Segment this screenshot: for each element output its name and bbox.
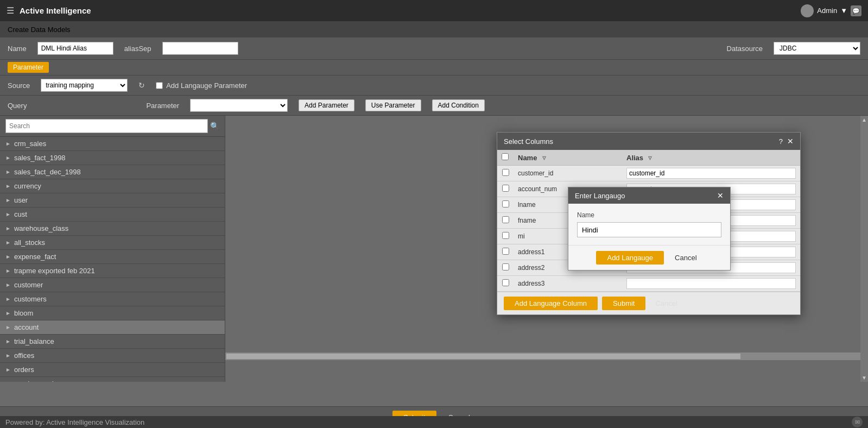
hamburger-icon[interactable]: ☰	[7, 5, 14, 16]
chevron-right-icon: ►	[5, 381, 11, 382]
sidebar-item[interactable]: ►bloom	[0, 306, 225, 320]
chevron-right-icon: ►	[5, 254, 11, 260]
search-input[interactable]	[5, 119, 208, 133]
chevron-right-icon: ►	[5, 367, 11, 373]
chevron-right-icon: ►	[5, 353, 11, 358]
source-select[interactable]: training mapping	[41, 79, 128, 92]
dialog-header: Select Columns ? ✕	[497, 133, 800, 150]
sidebar-item[interactable]: ►expense_fact	[0, 250, 225, 264]
top-header: ☰ Active Intelligence Admin ▼ 💬	[0, 0, 868, 21]
refresh-icon[interactable]: ↻	[138, 81, 145, 90]
chat-icon[interactable]: 💬	[851, 5, 861, 16]
enter-lang-title: Enter Langaugo	[575, 192, 625, 200]
scroll-up-arrow[interactable]: ▲	[860, 116, 868, 123]
alias-sep-input[interactable]	[162, 42, 238, 55]
row-checkbox[interactable]	[502, 248, 509, 255]
close-icon[interactable]: ✕	[787, 137, 794, 146]
search-icon[interactable]: 🔍	[210, 122, 219, 130]
scroll-thumb	[226, 354, 740, 359]
sidebar-item[interactable]: ►crm_sales	[0, 137, 225, 151]
sidebar-item[interactable]: ►customer	[0, 278, 225, 292]
enter-lang-name-label: Name	[577, 211, 721, 219]
main-content: 🔍 ►crm_sales►sales_fact_1998►sales_fact_…	[0, 116, 868, 382]
chevron-down-icon[interactable]: ▼	[840, 7, 847, 15]
sidebar-item[interactable]: ►orders	[0, 363, 225, 377]
search-bar: 🔍	[0, 116, 225, 137]
chevron-right-icon: ►	[5, 225, 11, 231]
chevron-right-icon: ►	[5, 197, 11, 203]
help-icon[interactable]: ?	[779, 137, 783, 146]
support-icon[interactable]: ✉	[852, 417, 863, 427]
sidebar-item[interactable]: ►sales_fact_1998	[0, 151, 225, 165]
alias-input[interactable]	[626, 278, 796, 289]
vertical-scrollbar[interactable]: ▲ ▼	[860, 116, 868, 382]
enter-lang-close-icon[interactable]: ✕	[717, 191, 724, 200]
sub-header-title: Create Data Models	[8, 26, 71, 34]
alias-filter-icon[interactable]: ▿	[648, 154, 652, 162]
param-row: Parameter	[0, 60, 868, 75]
col-name-cell: customer_id	[514, 166, 622, 181]
enter-lang-name-input[interactable]	[577, 222, 721, 237]
add-language-button[interactable]: Add Langauge	[596, 251, 664, 265]
sub-header: Create Data Models	[0, 21, 868, 37]
scroll-down-arrow[interactable]: ▼	[860, 375, 868, 382]
sidebar: 🔍 ►crm_sales►sales_fact_1998►sales_fact_…	[0, 116, 225, 382]
parameter-select[interactable]	[190, 99, 288, 112]
row-checkbox[interactable]	[502, 216, 509, 223]
chevron-right-icon: ►	[5, 141, 11, 147]
sidebar-item[interactable]: ►customers	[0, 292, 225, 306]
query-label: Query	[8, 102, 27, 110]
sidebar-item[interactable]: ►warehouse_class	[0, 222, 225, 236]
header-left: ☰ Active Intelligence	[7, 5, 91, 16]
datasource-label: Datasource	[727, 45, 763, 53]
query-row: Query Parameter Add Parameter Use Parame…	[0, 96, 868, 116]
sidebar-item[interactable]: ►cust	[0, 207, 225, 222]
enter-lang-header: Enter Langaugo ✕	[568, 187, 730, 204]
select-all-checkbox[interactable]	[502, 153, 509, 160]
footer-text: Powered by: Active Intelligence Visualiz…	[5, 418, 144, 426]
alias-input[interactable]	[626, 168, 796, 179]
use-parameter-button[interactable]: Use Parameter	[365, 99, 421, 111]
chevron-right-icon: ►	[5, 282, 11, 288]
row-checkbox[interactable]	[502, 232, 509, 239]
chevron-right-icon: ►	[5, 155, 11, 161]
sidebar-item[interactable]: ►user	[0, 193, 225, 207]
chevron-right-icon: ►	[5, 310, 11, 316]
row-checkbox[interactable]	[502, 279, 509, 286]
parameter-button[interactable]: Parameter	[8, 62, 49, 73]
row-checkbox[interactable]	[502, 263, 509, 270]
avatar	[801, 4, 814, 17]
row-checkbox[interactable]	[502, 169, 509, 176]
chevron-right-icon: ►	[5, 169, 11, 175]
dialog-header-icons: ? ✕	[779, 137, 794, 146]
add-language-param-container: Add Langauge Parameter	[156, 81, 247, 90]
row-checkbox[interactable]	[502, 200, 509, 207]
add-language-column-button[interactable]: Add Language Column	[504, 297, 598, 310]
sidebar-list: ►crm_sales►sales_fact_1998►sales_fact_de…	[0, 137, 225, 382]
cancel-columns-button[interactable]: Cancel	[650, 297, 682, 310]
alias-col-header: Alias ▿	[622, 150, 800, 166]
submit-columns-button[interactable]: Submit	[602, 297, 645, 310]
sidebar-item[interactable]: ►trial_balance	[0, 335, 225, 349]
add-language-checkbox[interactable]	[156, 82, 163, 89]
col-name-cell: address3	[514, 276, 622, 292]
sidebar-item[interactable]: ►account	[0, 320, 225, 335]
select-columns-dialog: Select Columns ? ✕ Name ▿	[497, 132, 801, 315]
chevron-right-icon: ►	[5, 211, 11, 217]
sidebar-item[interactable]: ►all_stocks	[0, 236, 225, 250]
horizontal-scrollbar[interactable]	[225, 353, 868, 360]
sidebar-item[interactable]: ►sales_fact_dec_1998	[0, 165, 225, 179]
datasource-select[interactable]: JDBC	[774, 42, 860, 55]
sidebar-item[interactable]: ►currency	[0, 179, 225, 193]
chevron-right-icon: ►	[5, 240, 11, 246]
sidebar-item[interactable]: ►offices	[0, 349, 225, 363]
name-filter-icon[interactable]: ▿	[542, 154, 546, 162]
sidebar-item[interactable]: ►employee_closure	[0, 377, 225, 382]
add-condition-button[interactable]: Add Condition	[432, 99, 485, 111]
add-parameter-button[interactable]: Add Parameter	[299, 99, 354, 111]
sidebar-item[interactable]: ►trapme exported feb 2021	[0, 264, 225, 278]
row-checkbox[interactable]	[502, 185, 509, 192]
name-input[interactable]	[37, 42, 113, 55]
cancel-language-button[interactable]: Cancel	[669, 251, 702, 265]
chevron-right-icon: ►	[5, 268, 11, 274]
